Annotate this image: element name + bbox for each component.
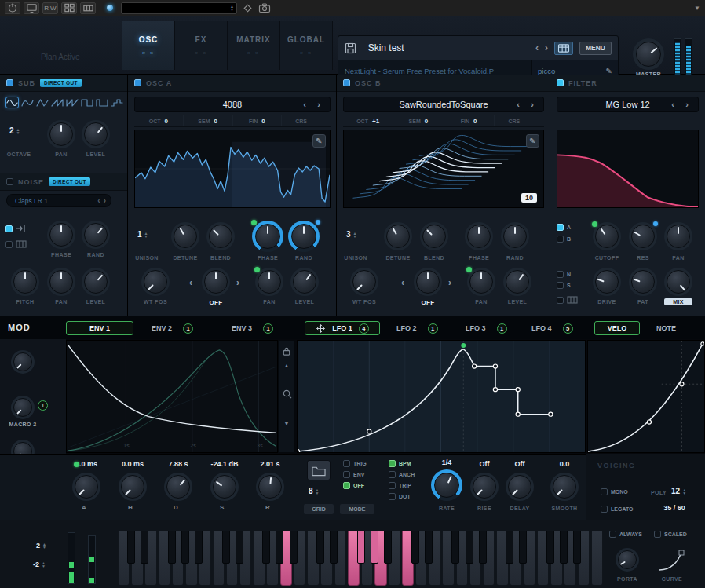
lfo-trip-checkbox[interactable]: [389, 482, 396, 489]
tab-osc[interactable]: OSC« »: [122, 21, 175, 70]
osc-a-phase-knob[interactable]: [252, 221, 283, 252]
sub-shape-sine-button[interactable]: [5, 97, 19, 108]
scroll-down-icon[interactable]: ▼: [284, 421, 290, 426]
piano-key-black[interactable]: [479, 531, 487, 564]
sub-octave-stepper[interactable]: 2▲▼: [9, 126, 20, 135]
piano-key-black[interactable]: [195, 531, 203, 564]
osc-b-fin[interactable]: FIN0: [444, 115, 495, 126]
osc-a-sem[interactable]: SEM0: [184, 115, 233, 126]
mod-tab-note[interactable]: NOTE: [649, 321, 683, 335]
env-release-knob[interactable]: [256, 473, 284, 501]
master-volume-knob[interactable]: [633, 38, 664, 70]
filter-route-b-checkbox[interactable]: [557, 236, 564, 243]
tab-fx[interactable]: FX« »: [175, 21, 228, 70]
stepper-arrows-icon[interactable]: ▲▼: [42, 542, 46, 549]
bend-up-stepper[interactable]: 2▲▼: [36, 542, 46, 550]
diamond-button[interactable]: [240, 2, 254, 14]
noise-level-knob[interactable]: [82, 268, 110, 296]
menu-button[interactable]: MENU: [579, 42, 612, 55]
lfo-anch-checkbox[interactable]: [389, 471, 396, 478]
filter-next-button[interactable]: ›: [685, 100, 689, 109]
velocity-curve-display[interactable]: [587, 340, 705, 453]
osc-a-blend-knob[interactable]: [206, 222, 235, 250]
sub-level-knob[interactable]: [82, 120, 110, 148]
preset-name[interactable]: _Skin test: [363, 42, 529, 53]
mod-tab-lfo1[interactable]: LFO 14: [305, 321, 380, 335]
piano-key-black[interactable]: [425, 531, 433, 564]
lfo-smooth-knob[interactable]: [550, 473, 579, 501]
mod-tab-lfo2[interactable]: LFO 21: [389, 321, 445, 335]
osc-b-warp-prev-button[interactable]: ‹: [401, 277, 404, 288]
legato-checkbox[interactable]: [601, 506, 608, 513]
sub-shape-square-button[interactable]: [80, 97, 93, 108]
piano-key-black[interactable]: [357, 531, 365, 564]
noise-pan-knob[interactable]: [47, 268, 75, 296]
keys-button[interactable]: [80, 2, 96, 14]
sub-pan-knob[interactable]: [47, 120, 75, 148]
osc-b-warp-value[interactable]: OFF: [414, 299, 442, 306]
osc-b-wt-index[interactable]: 10: [521, 193, 537, 203]
filter-type-selector[interactable]: MG Low 12 ‹ ›: [557, 97, 699, 112]
always-checkbox[interactable]: [609, 531, 616, 538]
lfo-delay-knob[interactable]: [506, 473, 534, 501]
mod-tab-env2[interactable]: ENV 21: [144, 321, 200, 335]
env-sustain-knob[interactable]: [210, 473, 239, 501]
env-decay-knob[interactable]: [164, 473, 192, 501]
osc-b-crs[interactable]: CRS—: [495, 115, 544, 126]
noise-rand-knob[interactable]: [82, 221, 110, 249]
scroll-up-icon[interactable]: ▲: [284, 363, 290, 368]
noise-keytrack-checkbox[interactable]: [5, 241, 13, 248]
osc-b-wavetable-3d-display[interactable]: ✎ 10: [343, 130, 544, 208]
sub-enable-checkbox[interactable]: [6, 79, 13, 86]
osc-a-warp-next-button[interactable]: ›: [236, 277, 239, 288]
keyboard[interactable]: [118, 531, 605, 586]
osc-a-crs[interactable]: CRS—: [282, 115, 331, 126]
filter-prev-button[interactable]: ‹: [671, 100, 674, 109]
osc-b-rand-knob[interactable]: [501, 222, 529, 250]
bend-down-stepper[interactable]: -2▲▼: [33, 561, 46, 568]
osc-b-wtpos-knob[interactable]: [350, 268, 378, 296]
filter-route-n-checkbox[interactable]: [557, 271, 564, 278]
filter-enable-checkbox[interactable]: [557, 79, 564, 86]
lfo-display[interactable]: [297, 340, 586, 453]
osc-a-wt-prev-button[interactable]: ‹: [303, 100, 306, 109]
lfo-off-checkbox[interactable]: [343, 482, 350, 489]
piano-key-black[interactable]: [290, 531, 298, 564]
piano-key-black[interactable]: [222, 531, 230, 564]
piano-key-black[interactable]: [181, 531, 189, 564]
osc-b-edit-button[interactable]: ✎: [526, 134, 539, 148]
filter-cutoff-knob[interactable]: [593, 222, 621, 250]
lfo-file-button[interactable]: [307, 460, 331, 480]
lfo-rise-knob[interactable]: [470, 473, 499, 501]
osc-b-warp-knob[interactable]: [414, 268, 442, 296]
lfo-env-checkbox[interactable]: [343, 471, 350, 478]
osc-a-unison-stepper[interactable]: 1▲▼: [137, 230, 148, 239]
piano-key-black[interactable]: [262, 531, 270, 564]
env-attack-knob[interactable]: [72, 473, 100, 501]
osc-a-warp-value[interactable]: OFF: [202, 299, 230, 306]
osc-b-sem[interactable]: SEM0: [393, 115, 444, 126]
lfo-bpm-checkbox[interactable]: [389, 460, 396, 467]
osc-a-wtpos-knob[interactable]: [141, 268, 170, 296]
mod-tab-velo[interactable]: VELO: [594, 321, 640, 335]
osc-a-warp-prev-button[interactable]: ‹: [189, 277, 192, 288]
piano-key-black[interactable]: [384, 531, 392, 564]
sub-shape-round-saw-button[interactable]: [20, 97, 34, 108]
noise-next-button[interactable]: ›: [104, 196, 106, 205]
noise-sample-selector[interactable]: Claps LR 1 ‹ ›: [6, 194, 111, 207]
osc-b-warp-next-button[interactable]: ›: [448, 277, 451, 288]
scaled-checkbox[interactable]: [654, 531, 661, 538]
stepper-arrows-icon[interactable]: ▲▼: [682, 488, 686, 495]
osc-b-pan-knob[interactable]: [467, 268, 495, 296]
osc-a-enable-checkbox[interactable]: [134, 79, 141, 86]
mod-tab-env3[interactable]: ENV 31: [225, 321, 280, 335]
mono-checkbox[interactable]: [601, 488, 608, 495]
osc-a-wt-next-button[interactable]: ›: [317, 100, 320, 109]
filter-keytrack-checkbox[interactable]: [557, 297, 564, 304]
osc-b-phase-knob[interactable]: [465, 222, 493, 250]
camera-button[interactable]: [258, 2, 272, 14]
stepper-arrows-icon[interactable]: ▲▼: [16, 128, 20, 134]
env-hold-knob[interactable]: [119, 473, 147, 501]
piano-key-black[interactable]: [506, 531, 513, 564]
piano-key-black[interactable]: [141, 531, 148, 564]
